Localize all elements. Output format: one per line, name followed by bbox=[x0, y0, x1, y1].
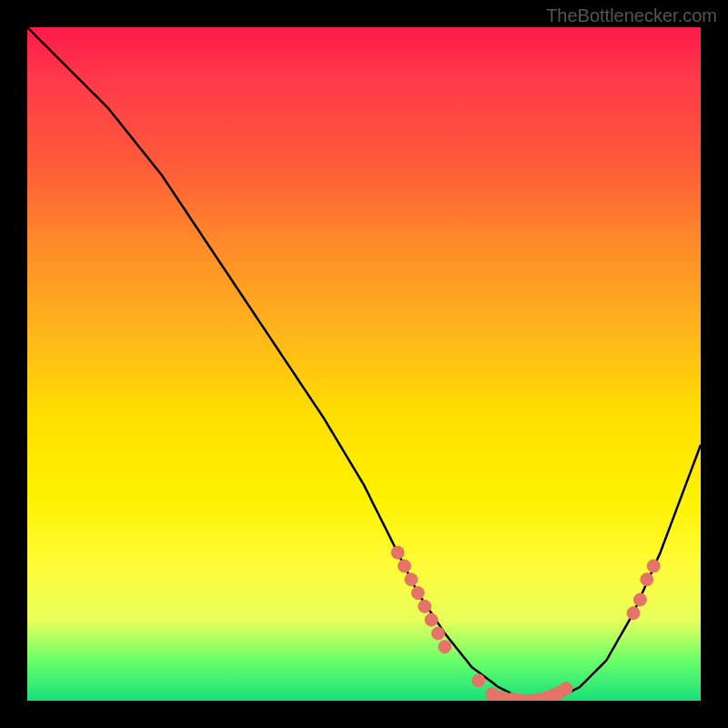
data-point bbox=[633, 593, 646, 606]
data-point bbox=[439, 641, 451, 653]
data-point bbox=[627, 607, 640, 620]
data-point bbox=[398, 560, 410, 572]
data-point bbox=[419, 600, 431, 612]
chart-svg bbox=[27, 27, 701, 701]
data-markers bbox=[391, 546, 660, 701]
data-point bbox=[391, 546, 404, 559]
data-point bbox=[647, 560, 660, 572]
data-point bbox=[405, 573, 418, 586]
data-point bbox=[641, 573, 653, 586]
data-point bbox=[411, 587, 424, 600]
data-point bbox=[431, 627, 444, 640]
watermark-text: TheBottlenecker.com bbox=[546, 5, 717, 26]
data-point bbox=[560, 682, 572, 695]
curve-line bbox=[27, 27, 701, 701]
data-point bbox=[472, 674, 485, 687]
data-point bbox=[425, 613, 438, 626]
